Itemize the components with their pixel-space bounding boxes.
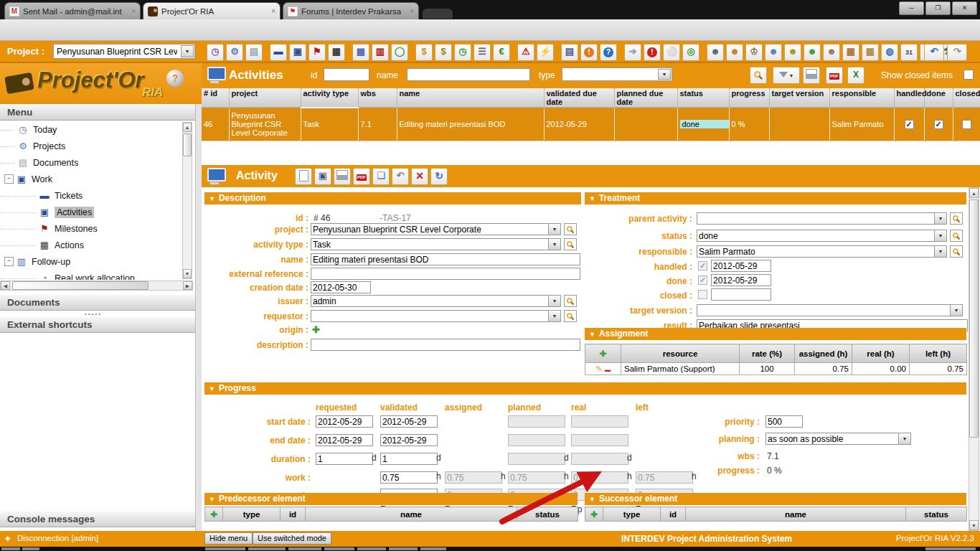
end-validated-input[interactable]: [380, 434, 438, 446]
checkpoints-icon[interactable]: ◎: [682, 44, 699, 61]
activities-icon[interactable]: ▣: [289, 44, 306, 61]
requestor-search-icon[interactable]: [564, 310, 577, 322]
redo-icon[interactable]: ↷: [947, 44, 967, 61]
groups-icon[interactable]: ☻: [823, 44, 840, 61]
duration-requested-input[interactable]: [316, 453, 373, 465]
meetings-icon[interactable]: ▤: [561, 44, 578, 61]
contacts-icon[interactable]: ☻: [726, 44, 743, 61]
pdf-export-icon[interactable]: PDF: [826, 67, 843, 84]
type-filter-select[interactable]: ▼: [562, 67, 672, 81]
project-costs-icon[interactable]: $: [435, 44, 452, 61]
sidebar-item-milestones[interactable]: ⚑Milestones: [0, 220, 182, 237]
new-tab-button[interactable]: [423, 9, 453, 19]
delete-assignment-icon[interactable]: ▬: [605, 367, 611, 373]
add-link-icon[interactable]: ✚: [590, 510, 598, 519]
add-origin-icon[interactable]: ✚: [312, 324, 320, 335]
chevron-down-icon[interactable]: ▼: [548, 310, 561, 322]
activity-type-search-icon[interactable]: [564, 238, 577, 250]
work-validated-input[interactable]: [380, 471, 438, 484]
handled-date-input[interactable]: [711, 260, 771, 272]
closed-checkbox[interactable]: [698, 290, 707, 299]
column-header[interactable]: closed: [953, 88, 980, 108]
chevron-down-icon[interactable]: ▼: [898, 433, 911, 445]
closed-date-input[interactable]: [711, 288, 771, 301]
end-requested-input[interactable]: [316, 434, 373, 446]
sidebar-item-today[interactable]: ◷Today: [0, 121, 182, 138]
issuer-select[interactable]: [311, 295, 550, 307]
requestor-select[interactable]: [311, 310, 550, 322]
column-header[interactable]: wbs: [358, 88, 397, 108]
real-work-icon[interactable]: ◷: [454, 44, 471, 61]
column-header[interactable]: progress: [729, 88, 769, 108]
description-input[interactable]: [311, 339, 580, 351]
documents-icon[interactable]: ▤: [245, 44, 263, 61]
target-version-select[interactable]: [697, 304, 952, 316]
chevron-down-icon[interactable]: ▼: [934, 245, 947, 258]
incomes-icon[interactable]: €: [493, 44, 510, 61]
table-row[interactable]: 46Penyusunan Blueprint CSR Level Corpora…: [202, 108, 980, 141]
user-settings-icon[interactable]: ☻: [707, 44, 724, 61]
responsible-select[interactable]: [697, 245, 936, 258]
project-search-icon[interactable]: [564, 223, 577, 235]
add-link-cell[interactable]: ✚: [585, 507, 603, 522]
treatment-section-header[interactable]: ▼Treatment: [585, 192, 966, 204]
column-header[interactable]: status: [677, 88, 729, 108]
responsible-search-icon[interactable]: [950, 245, 963, 258]
menu-vscrollbar[interactable]: ▲ ▼: [182, 122, 192, 279]
tree-expander-icon[interactable]: −: [4, 257, 14, 266]
description-section-header[interactable]: ▼Description: [204, 192, 581, 204]
sidebar-item-follow-up[interactable]: −▥Follow-up: [0, 253, 182, 270]
resources-icon[interactable]: ☻: [804, 44, 821, 61]
cell-done[interactable]: ✓: [924, 108, 953, 141]
column-header[interactable]: activity type: [301, 88, 358, 108]
status-search-icon[interactable]: [950, 230, 963, 242]
undo-icon[interactable]: ↶: [924, 44, 944, 61]
column-header[interactable]: responsible: [829, 88, 894, 108]
done-date-input[interactable]: [711, 274, 771, 286]
parent-activity-search-icon[interactable]: [950, 212, 963, 225]
sidebar-item-tickets[interactable]: ▬Tickets: [0, 187, 182, 204]
actions-icon[interactable]: ▦: [328, 44, 345, 61]
risks-icon[interactable]: ⚠: [517, 44, 534, 61]
chevron-down-icon[interactable]: ▼: [548, 295, 561, 307]
teams-icon[interactable]: ☻: [765, 44, 782, 61]
restore-button[interactable]: ❐: [925, 1, 951, 15]
chevron-down-icon[interactable]: ▼: [934, 230, 947, 242]
column-header[interactable]: project: [229, 88, 301, 108]
cell-handled[interactable]: ✓: [894, 108, 924, 141]
important-icon[interactable]: !: [644, 44, 661, 61]
progress-section-header[interactable]: ▼Progress: [204, 382, 966, 395]
menu-hscrollbar[interactable]: ◀ ▶: [0, 281, 193, 291]
print-icon[interactable]: [334, 168, 351, 185]
console-messages-panel-header[interactable]: Console messages: [0, 511, 195, 527]
column-header[interactable]: done: [924, 88, 953, 108]
issuer-search-icon[interactable]: [564, 295, 577, 307]
pdf-icon[interactable]: PDF: [353, 168, 370, 185]
sidebar-item-real-work-allocation[interactable]: ◔Real work allocation: [0, 270, 182, 280]
print-icon[interactable]: [803, 67, 820, 84]
column-header[interactable]: name: [397, 88, 544, 108]
column-header[interactable]: target version: [769, 88, 829, 108]
refresh-icon[interactable]: ↻: [430, 168, 448, 185]
browser-tab-mail[interactable]: M Sent Mail - admin@mail.int ×: [4, 2, 141, 19]
column-header[interactable]: validated due date: [544, 88, 614, 108]
excel-export-icon[interactable]: X: [847, 67, 864, 84]
alerts-icon[interactable]: !: [580, 44, 598, 61]
menu-panel-header[interactable]: Menu: [0, 104, 195, 121]
handled-checkbox[interactable]: ✓: [905, 120, 914, 129]
closed-checkbox[interactable]: [962, 120, 971, 129]
duration-validated-input[interactable]: [380, 453, 438, 465]
external-reference-input[interactable]: [311, 268, 580, 280]
calendar-icon[interactable]: 31: [900, 44, 918, 61]
parent-activity-select[interactable]: [697, 212, 936, 225]
add-assignment-button[interactable]: ✚: [585, 344, 621, 363]
resource-map-icon[interactable]: ◯: [391, 44, 408, 61]
delete-icon[interactable]: ✕: [411, 168, 428, 185]
chat-icon[interactable]: ⚪: [663, 44, 680, 61]
name-input[interactable]: [311, 253, 580, 265]
assignment-section-header[interactable]: ▼Assignment: [585, 328, 966, 340]
filter-icon[interactable]: ▼: [773, 67, 800, 84]
minimize-button[interactable]: ─: [899, 1, 924, 15]
sidebar-splitter[interactable]: [195, 104, 202, 531]
start-requested-input[interactable]: [316, 415, 373, 428]
